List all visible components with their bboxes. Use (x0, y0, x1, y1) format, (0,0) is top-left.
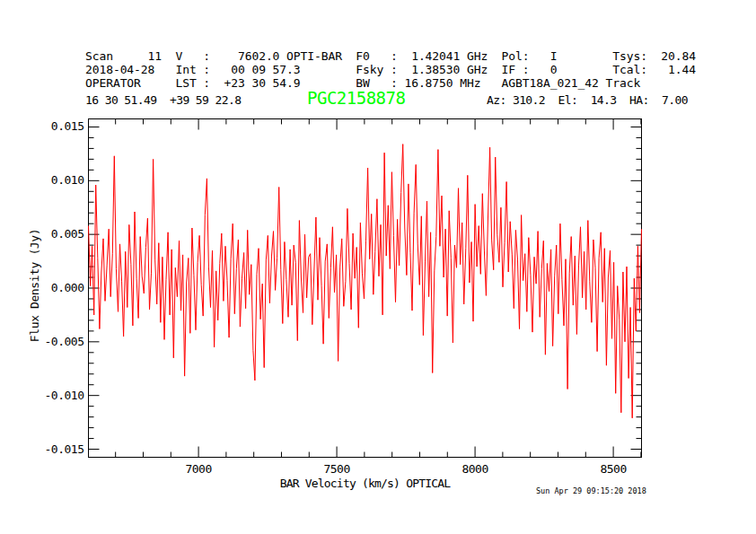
y-tick-label: 0.015 (51, 119, 84, 133)
x-tick-label: 8000 (462, 462, 488, 476)
y-tick-label: 0.005 (51, 227, 84, 241)
spectrum-line (89, 144, 642, 418)
y-tick-label: 0.000 (51, 281, 84, 294)
y-tick-label: -0.005 (45, 335, 84, 348)
spectrum-plot: 70007500800085000.0150.0100.0050.000-0.0… (0, 0, 756, 534)
gbtidl-plotter-window: Scan 11 V : 7602.0 OPTI-BAR F0 : 1.42041… (0, 0, 756, 534)
y-axis-title: Flux Density (Jy) (28, 229, 41, 342)
y-tick-label: 0.010 (51, 173, 84, 187)
x-tick-label: 7500 (323, 462, 349, 476)
plot-timestamp: Sun Apr 29 09:15:20 2018 (536, 486, 646, 495)
y-tick-label: -0.015 (45, 442, 84, 456)
x-tick-label: 7000 (185, 462, 211, 476)
y-tick-label: -0.010 (45, 389, 84, 402)
x-tick-label: 8500 (600, 462, 626, 476)
